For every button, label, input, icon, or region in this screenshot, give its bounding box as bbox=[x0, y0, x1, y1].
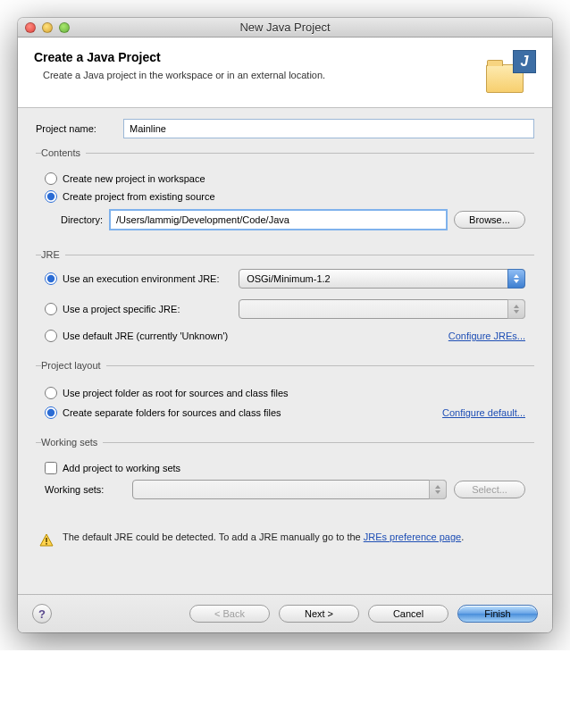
next-button[interactable]: Next > bbox=[279, 605, 359, 623]
execution-env-value: OSGi/Minimum-1.2 bbox=[247, 273, 331, 284]
project-layout-group: Project layout Use project folder as roo… bbox=[36, 360, 534, 430]
help-button[interactable]: ? bbox=[32, 604, 52, 623]
finish-button[interactable]: Finish bbox=[457, 605, 538, 623]
radio-root-folder[interactable]: Use project folder as root for sources a… bbox=[45, 387, 525, 399]
radio-create-in-workspace[interactable]: Create new project in workspace bbox=[45, 172, 525, 185]
svg-rect-2 bbox=[46, 543, 47, 545]
radio-project-specific-jre-label: Use a project specific JRE: bbox=[63, 304, 180, 314]
radio-separate-folders[interactable]: Create separate folders for sources and … bbox=[45, 406, 281, 419]
radio-default-jre-label: Use default JRE (currently 'Unknown') bbox=[63, 331, 228, 341]
select-working-sets-button: Select... bbox=[454, 481, 525, 498]
radio-execution-env-label: Use an execution environment JRE: bbox=[63, 273, 219, 284]
configure-default-link[interactable]: Configure default... bbox=[442, 407, 525, 418]
dropdown-arrows-icon bbox=[507, 299, 525, 319]
cancel-button[interactable]: Cancel bbox=[368, 605, 448, 623]
jre-group: JRE Use an execution environment JRE: OS… bbox=[36, 249, 534, 353]
directory-label: Directory: bbox=[61, 214, 103, 225]
project-layout-legend: Project layout bbox=[41, 360, 106, 371]
dialog-window: New Java Project Create a Java Project C… bbox=[18, 18, 552, 632]
checkbox-add-to-working-sets-label: Add project to working sets bbox=[63, 463, 180, 473]
working-sets-label: Working sets: bbox=[45, 484, 125, 495]
working-sets-select bbox=[132, 480, 447, 499]
project-name-input[interactable] bbox=[123, 119, 534, 138]
warning-icon bbox=[39, 533, 54, 548]
checkbox-add-to-working-sets[interactable]: Add project to working sets bbox=[45, 462, 525, 474]
radio-from-existing-source[interactable]: Create project from existing source bbox=[45, 190, 525, 203]
contents-group: Contents Create new project in workspace… bbox=[36, 147, 534, 242]
project-specific-jre-select bbox=[239, 299, 525, 319]
warning-row: The default JRE could be detected. To ad… bbox=[36, 517, 534, 551]
radio-from-existing-source-input[interactable] bbox=[45, 190, 57, 203]
working-sets-group: Working sets Add project to working sets… bbox=[36, 437, 534, 510]
radio-create-in-workspace-input[interactable] bbox=[45, 172, 57, 185]
radio-project-specific-jre[interactable]: Use a project specific JRE: bbox=[45, 303, 228, 315]
project-name-label: Project name: bbox=[36, 123, 116, 134]
working-sets-legend: Working sets bbox=[41, 437, 103, 448]
jres-preference-page-link[interactable]: JREs preference page bbox=[364, 531, 461, 542]
radio-project-specific-jre-input[interactable] bbox=[45, 303, 57, 315]
wizard-icon: J bbox=[486, 50, 536, 93]
window-title: New Java Project bbox=[18, 21, 552, 34]
radio-default-jre[interactable]: Use default JRE (currently 'Unknown') bbox=[45, 330, 228, 342]
radio-default-jre-input[interactable] bbox=[45, 330, 57, 342]
radio-from-existing-source-label: Create project from existing source bbox=[63, 191, 215, 202]
dropdown-arrows-icon bbox=[429, 480, 447, 499]
warning-text-after: . bbox=[461, 531, 464, 542]
radio-root-folder-label: Use project folder as root for sources a… bbox=[63, 388, 289, 398]
radio-separate-folders-input[interactable] bbox=[45, 406, 57, 419]
titlebar[interactable]: New Java Project bbox=[18, 18, 552, 38]
java-badge-icon: J bbox=[513, 50, 536, 73]
radio-separate-folders-label: Create separate folders for sources and … bbox=[63, 407, 281, 418]
back-button: < Back bbox=[189, 605, 270, 623]
directory-input[interactable] bbox=[110, 210, 447, 230]
radio-execution-env[interactable]: Use an execution environment JRE: bbox=[45, 272, 228, 285]
radio-execution-env-input[interactable] bbox=[45, 272, 57, 285]
contents-legend: Contents bbox=[41, 147, 86, 158]
jre-legend: JRE bbox=[41, 249, 65, 260]
execution-env-select[interactable]: OSGi/Minimum-1.2 bbox=[239, 269, 525, 289]
configure-jres-link[interactable]: Configure JREs... bbox=[448, 331, 525, 341]
radio-root-folder-input[interactable] bbox=[45, 387, 57, 399]
wizard-heading: Create a Java Project bbox=[34, 50, 325, 64]
radio-create-in-workspace-label: Create new project in workspace bbox=[63, 173, 205, 184]
wizard-footer: ? < Back Next > Cancel Finish bbox=[18, 594, 552, 632]
wizard-header: Create a Java Project Create a Java proj… bbox=[18, 38, 552, 108]
svg-rect-1 bbox=[46, 538, 47, 542]
dropdown-arrows-icon bbox=[507, 269, 525, 289]
browse-button[interactable]: Browse... bbox=[454, 211, 525, 229]
wizard-subheading: Create a Java project in the workspace o… bbox=[43, 70, 325, 80]
checkbox-add-to-working-sets-input[interactable] bbox=[45, 462, 57, 474]
warning-text-before: The default JRE could be detected. To ad… bbox=[63, 531, 364, 542]
wizard-body: Project name: Contents Create new projec… bbox=[18, 108, 552, 594]
